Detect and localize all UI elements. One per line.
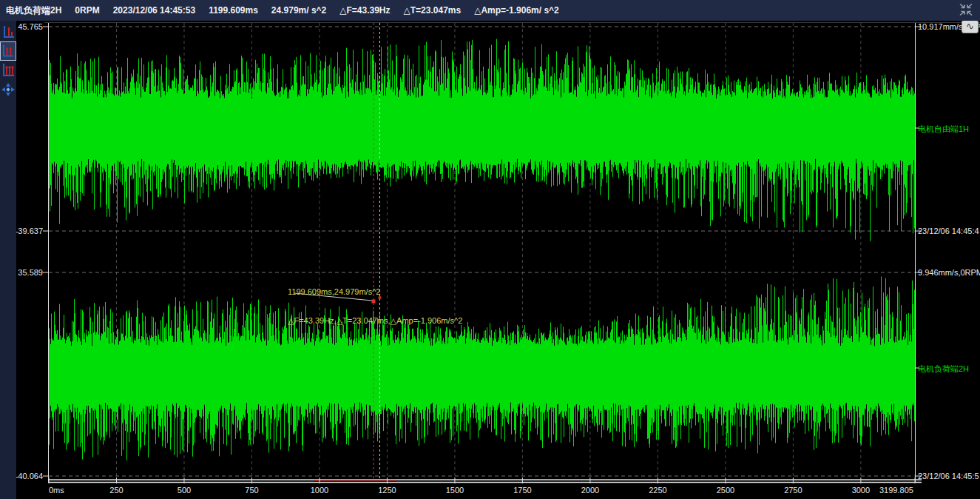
toolbar-cursor-time-label: 1199.609ms [209,5,258,16]
plot-area[interactable] [49,23,915,480]
toolbar-delta-f-label: △F=43.39Hz [339,5,390,16]
cursor-annotation-line2: △F=43.39Hz,△T=23.047ms,△Amp=-1.906m/s^2 [288,316,462,326]
toolbar-channel-label: 电机负荷端2H [6,4,61,17]
toolbar-delta-amp-label: △Amp=-1.906m/ s^2 [474,5,559,16]
collapse-icon[interactable] [958,3,974,18]
waveform-cursor-tool-icon[interactable] [0,22,16,41]
sidebar [0,21,16,499]
pan-tool-icon[interactable] [0,80,16,99]
toolbar-cursor-amplitude-label: 24.979m/ s^2 [271,5,326,16]
spectrum-peaks-tool-icon[interactable] [0,61,16,80]
toolbar: 电机负荷端2H 0RPM 2023/12/06 14:45:53 1199.60… [0,0,980,21]
cursor-annotation-line1: 1199.609ms,24.979m/s^2 [288,287,462,297]
toolbar-datetime-label: 2023/12/06 14:45:53 [113,5,195,16]
waveform-plot[interactable] [0,0,980,499]
waveform-display-button[interactable]: ∿ [962,20,979,33]
toolbar-rpm-label: 0RPM [75,5,99,16]
dual-harmonic-cursor-tool-icon[interactable] [0,41,16,61]
toolbar-delta-t-label: △T=23.047ms [404,5,462,16]
axis-cursor-region-marker [314,480,396,482]
cursor-annotation: 1199.609ms,24.979m/s^2 △F=43.39Hz,△T=23.… [288,268,462,345]
waveform-analyzer-window: 电机负荷端2H 0RPM 2023/12/06 14:45:53 1199.60… [0,0,980,499]
